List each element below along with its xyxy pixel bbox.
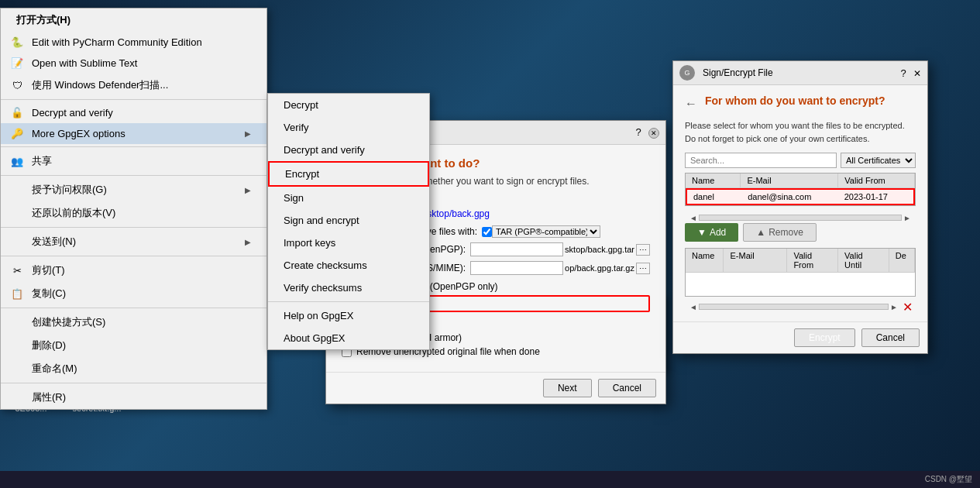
- dialog2-search-input[interactable]: [685, 153, 837, 168]
- dialog1-qmark[interactable]: ?: [635, 126, 641, 138]
- divider-2: [1, 146, 266, 147]
- open-header-label: 打开方式(H): [16, 13, 70, 27]
- context-menu-copy[interactable]: 📋 复制(C): [1, 282, 266, 305]
- dialog2-cert-list: Name E-Mail Valid From danel danel@sina.…: [685, 173, 916, 206]
- browse-smime-btn[interactable]: ⋯: [636, 263, 650, 274]
- rcpt-col-valid-until: Valid Until: [838, 249, 889, 272]
- pycharm-label: Edit with PyCharm Community Edition: [32, 36, 202, 48]
- scroll-left-btn-2[interactable]: ◄: [688, 303, 699, 311]
- sub-menu-create-checksums[interactable]: Create checksums: [268, 254, 429, 277]
- sendto-arrow: ▶: [245, 238, 251, 246]
- context-menu-open-header[interactable]: 打开方式(H): [1, 9, 266, 32]
- decrypt-verify-label: Decrypt and verify: [32, 107, 113, 119]
- sub-menu-verify[interactable]: Verify: [268, 116, 429, 139]
- dialog2-close-btn[interactable]: ✕: [913, 68, 921, 79]
- dialog1-footer: Next Cancel: [326, 372, 665, 404]
- access-label: 授予访问权限(G): [32, 183, 107, 197]
- help-gpgex-label: Help on GpgEX: [284, 310, 353, 321]
- context-menu-decrypt-verify[interactable]: 🔓 Decrypt and verify: [1, 102, 266, 123]
- sub-menu-verify-checksums[interactable]: Verify checksums: [268, 277, 429, 299]
- context-menu-cut[interactable]: ✂ 剪切(T): [1, 259, 266, 282]
- browse-openpgp-btn[interactable]: ⋯: [636, 244, 650, 256]
- scroll-right-btn[interactable]: ►: [902, 214, 913, 222]
- add-btn-label: Add: [710, 227, 726, 238]
- back-arrow-btn[interactable]: ←: [685, 97, 697, 111]
- copy-label: 复制(C): [32, 287, 66, 301]
- share-icon: 👥: [10, 154, 24, 168]
- dialog2-heading: For whom do you want to encrypt?: [705, 95, 885, 107]
- verify-label: Verify: [284, 122, 309, 133]
- cert-row-valid-from: 2023-01-17: [838, 190, 913, 204]
- create-shortcut-label: 创建快捷方式(S): [32, 315, 105, 329]
- cut-icon: ✂: [10, 263, 24, 277]
- add-btn[interactable]: ▼ Add: [685, 223, 738, 242]
- add-remove-row: ▼ Add ▲ Remove: [685, 223, 916, 242]
- dialog1-next-btn[interactable]: Next: [543, 379, 592, 397]
- context-menu-pycharm[interactable]: 🐍 Edit with PyCharm Community Edition: [1, 32, 266, 53]
- dialog2-cert-list-header: Name E-Mail Valid From: [686, 174, 915, 188]
- decrypt-label: Decrypt: [284, 99, 318, 111]
- encrypt-label: Encrypt: [285, 168, 319, 180]
- defender-icon: 🛡: [10, 78, 24, 92]
- context-menu-access[interactable]: 授予访问权限(G) ▶: [1, 178, 266, 201]
- dialog2-filter-select[interactable]: All Certificates: [841, 153, 916, 168]
- archive-select[interactable]: TAR (PGP®-compatible): [492, 225, 600, 238]
- dialog2-cancel-btn[interactable]: Cancel: [861, 328, 920, 347]
- cert-row-email: danel@sina.com: [741, 190, 837, 204]
- horiz-scroll-track-2[interactable]: [699, 304, 889, 310]
- dialog2-qmark[interactable]: ?: [900, 67, 906, 79]
- sub-menu-about-gpgex[interactable]: About GpgEX: [268, 327, 429, 349]
- context-menu-sublime[interactable]: 📝 Open with Sublime Text: [1, 53, 266, 74]
- sub-menu-import-keys[interactable]: Import keys: [268, 232, 429, 254]
- cert-row-name: danel: [687, 190, 741, 204]
- archive-smime-input[interactable]: [470, 261, 563, 275]
- archive-openpgp-input[interactable]: [470, 242, 563, 256]
- col-name: Name: [686, 174, 741, 187]
- dialog1-close-btn[interactable]: ✕: [648, 128, 659, 139]
- scroll-left-btn[interactable]: ◄: [688, 214, 699, 222]
- context-menu-more-gpgex[interactable]: 🔑 More GpgEX options ▶: [1, 123, 266, 144]
- dialog1-cancel-btn[interactable]: Cancel: [598, 379, 656, 397]
- dialog-for-whom: G Sign/Encrypt File ? ✕ ← For whom do yo…: [672, 60, 928, 354]
- sub-menu-decrypt[interactable]: Decrypt: [268, 94, 429, 116]
- sub-menu-encrypt[interactable]: Encrypt: [268, 161, 429, 187]
- decrypt-and-verify-label: Decrypt and verify: [284, 144, 365, 156]
- sub-menu-divider: [268, 301, 429, 302]
- pycharm-icon: 🐍: [10, 36, 24, 50]
- delete-label: 删除(D): [32, 339, 66, 352]
- remove-btn[interactable]: ▲ Remove: [743, 223, 817, 242]
- context-menu-restore[interactable]: 还原以前的版本(V): [1, 201, 266, 225]
- context-menu-create-shortcut[interactable]: 创建快捷方式(S): [1, 311, 266, 334]
- rename-label: 重命名(M): [32, 362, 77, 376]
- context-menu-delete[interactable]: 删除(D): [1, 334, 266, 357]
- divider-5: [1, 256, 266, 256]
- col-email: E-Mail: [741, 174, 838, 187]
- encrypt-btn[interactable]: Encrypt: [794, 328, 855, 347]
- sublime-icon: 📝: [10, 57, 24, 70]
- divider-3: [1, 175, 266, 176]
- sub-menu-sign-and-encrypt[interactable]: Sign and encrypt: [268, 209, 429, 232]
- context-menu-sendto[interactable]: 发送到(N) ▶: [1, 230, 266, 253]
- dialog2-nav-row: ← For whom do you want to encrypt?: [685, 95, 916, 113]
- sub-menu-sign[interactable]: Sign: [268, 187, 429, 209]
- sub-menu-help-gpgex[interactable]: Help on GpgEX: [268, 304, 429, 327]
- context-menu-properties[interactable]: 属性(R): [1, 386, 266, 409]
- copy-icon: 📋: [10, 287, 24, 301]
- gpg-logo-2: G: [679, 65, 695, 81]
- context-menu-defender[interactable]: 🛡 使用 Windows Defender扫描...: [1, 74, 266, 97]
- col-valid-from: Valid From: [838, 174, 915, 187]
- dialog2-footer: Encrypt Cancel: [673, 321, 927, 353]
- dialog2-win-buttons: ? ✕: [900, 67, 921, 79]
- context-menu-rename[interactable]: 重命名(M): [1, 357, 266, 380]
- dialog2-title: Sign/Encrypt File: [703, 67, 773, 78]
- horiz-scroll-track[interactable]: [699, 215, 902, 221]
- remove-all-btn[interactable]: ✕: [903, 300, 913, 314]
- cert-row-danel[interactable]: danel danel@sina.com 2023-01-17: [686, 188, 915, 205]
- scroll-right-btn-2[interactable]: ►: [889, 303, 899, 311]
- search-filter-row: All Certificates: [685, 153, 916, 168]
- taskbar: CSDN @墅望: [0, 471, 980, 488]
- cut-label: 剪切(T): [32, 263, 65, 277]
- sub-menu-decrypt-and-verify[interactable]: Decrypt and verify: [268, 139, 429, 161]
- archive-checkbox[interactable]: [482, 227, 492, 237]
- context-menu-share[interactable]: 👥 共享: [1, 149, 266, 173]
